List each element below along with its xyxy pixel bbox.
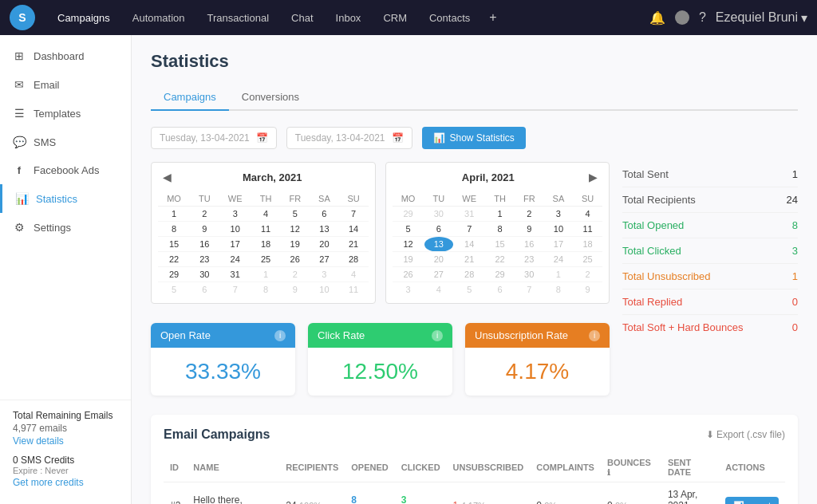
cal-day-cell[interactable]: 11: [251, 222, 281, 237]
cal-day-cell[interactable]: 1: [544, 267, 574, 282]
sidebar-item-settings[interactable]: ⚙ Settings: [0, 213, 131, 242]
cal-day-cell[interactable]: 8: [485, 222, 515, 237]
cal-day-cell[interactable]: 21: [453, 252, 485, 267]
cal-day-cell[interactable]: 5: [453, 282, 485, 297]
cal-day-cell[interactable]: 12: [393, 237, 424, 252]
view-details-link[interactable]: View details: [13, 435, 118, 447]
cal-prev-button[interactable]: ◀: [158, 169, 176, 185]
cal-day-cell[interactable]: 9: [190, 222, 219, 237]
cal-day-cell[interactable]: 8: [158, 222, 190, 237]
cal-day-cell[interactable]: 7: [219, 282, 251, 297]
unsub-rate-info-icon[interactable]: i: [589, 330, 600, 341]
cal-day-cell[interactable]: 4: [573, 207, 602, 222]
cal-day-cell[interactable]: 1: [251, 267, 281, 282]
cal-day-cell[interactable]: 30: [424, 207, 454, 222]
cal-day-cell[interactable]: 18: [573, 237, 602, 252]
nav-crm[interactable]: CRM: [373, 7, 416, 29]
sidebar-item-statistics[interactable]: 📊 Statistics: [0, 184, 131, 213]
show-statistics-button[interactable]: 📊 Show Statistics: [422, 127, 526, 149]
sidebar-item-facebook-ads[interactable]: f Facebook Ads: [0, 156, 131, 184]
cal-day-cell[interactable]: 20: [424, 252, 454, 267]
cal-day-cell[interactable]: 28: [339, 252, 369, 267]
cal-day-cell[interactable]: 3: [310, 267, 339, 282]
cal-day-cell[interactable]: 9: [515, 222, 544, 237]
cal-day-cell[interactable]: 6: [485, 282, 515, 297]
cal-day-cell[interactable]: 7: [515, 282, 544, 297]
cal-day-cell[interactable]: 9: [280, 282, 310, 297]
click-rate-info-icon[interactable]: i: [432, 330, 443, 341]
cal-day-cell[interactable]: 7: [453, 222, 485, 237]
cal-day-cell[interactable]: 4: [424, 282, 454, 297]
cal-day-cell[interactable]: 16: [515, 237, 544, 252]
cal-day-cell[interactable]: 11: [573, 222, 602, 237]
cal-day-cell[interactable]: 24: [219, 252, 251, 267]
export-csv-link[interactable]: ⬇ Export (.csv file): [706, 429, 785, 440]
cal-day-cell[interactable]: 19: [280, 237, 310, 252]
logo[interactable]: S: [10, 5, 35, 30]
bounces-info-icon[interactable]: ℹ: [607, 468, 610, 477]
nav-chat[interactable]: Chat: [282, 7, 322, 29]
cal-day-cell[interactable]: 5: [158, 282, 190, 297]
cal-day-cell[interactable]: 18: [251, 237, 281, 252]
cal-day-cell[interactable]: 25: [251, 252, 281, 267]
sidebar-item-email[interactable]: ✉ Email: [0, 70, 131, 99]
cal-day-cell[interactable]: 21: [339, 237, 369, 252]
cal-day-cell[interactable]: 23: [515, 252, 544, 267]
cal-day-cell[interactable]: 8: [544, 282, 574, 297]
cal-day-cell[interactable]: 14: [339, 222, 369, 237]
nav-automation[interactable]: Automation: [123, 7, 195, 29]
add-nav-icon[interactable]: +: [483, 6, 503, 30]
cal-day-cell[interactable]: 3: [393, 282, 424, 297]
report-button[interactable]: 📊 report: [725, 497, 779, 505]
cal-day-cell[interactable]: 17: [219, 237, 251, 252]
nav-contacts[interactable]: Contacts: [420, 7, 480, 29]
cal-day-cell[interactable]: 22: [158, 252, 190, 267]
calendar-from-icon[interactable]: 📅: [256, 132, 268, 144]
cal-day-cell[interactable]: 30: [515, 267, 544, 282]
cal-day-cell[interactable]: 15: [158, 237, 190, 252]
cal-day-cell[interactable]: 24: [544, 252, 574, 267]
cal-day-cell[interactable]: 15: [485, 237, 515, 252]
cal-day-cell[interactable]: 8: [251, 282, 281, 297]
cal-day-cell[interactable]: 30: [190, 267, 219, 282]
cal-day-cell[interactable]: 3: [544, 207, 574, 222]
cal-day-cell[interactable]: 5: [393, 222, 424, 237]
tab-conversions[interactable]: Conversions: [229, 85, 312, 111]
nav-inbox[interactable]: Inbox: [326, 7, 371, 29]
cal-day-cell[interactable]: 29: [485, 267, 515, 282]
cal-day-cell[interactable]: 10: [544, 222, 574, 237]
cal-day-cell[interactable]: 4: [251, 207, 281, 222]
cal-day-cell[interactable]: 14: [453, 237, 485, 252]
cal-day-cell[interactable]: 22: [485, 252, 515, 267]
cal-day-cell[interactable]: 6: [190, 282, 219, 297]
user-menu[interactable]: Ezequiel Bruni ▾: [716, 10, 807, 26]
cal-day-cell[interactable]: 17: [544, 237, 574, 252]
cal-day-cell[interactable]: 27: [424, 267, 454, 282]
cal-day-cell[interactable]: 16: [190, 237, 219, 252]
cal-day-cell[interactable]: 6: [310, 207, 339, 222]
cal-day-cell[interactable]: 2: [515, 207, 544, 222]
sidebar-item-sms[interactable]: 💬 SMS: [0, 128, 131, 156]
sidebar-item-dashboard[interactable]: ⊞ Dashboard: [0, 41, 131, 70]
cal-day-cell[interactable]: 7: [339, 207, 369, 222]
cal-day-cell[interactable]: 26: [393, 267, 424, 282]
get-more-credits-link[interactable]: Get more credits: [13, 477, 118, 488]
cal-day-cell[interactable]: 9: [573, 282, 602, 297]
bell-icon[interactable]: 🔔: [649, 10, 665, 26]
cal-day-cell[interactable]: 5: [280, 207, 310, 222]
cal-day-cell[interactable]: 13: [424, 237, 454, 252]
cal-day-cell[interactable]: 20: [310, 237, 339, 252]
date-from-input[interactable]: Tuesday, 13-04-2021 📅: [151, 127, 277, 149]
cal-day-cell[interactable]: 3: [219, 207, 251, 222]
cal-day-cell[interactable]: 11: [339, 282, 369, 297]
cal-day-cell[interactable]: 31: [219, 267, 251, 282]
cal-day-cell[interactable]: 28: [453, 267, 485, 282]
tab-campaigns[interactable]: Campaigns: [151, 85, 229, 111]
cal-day-cell[interactable]: 2: [280, 267, 310, 282]
cal-next-button[interactable]: ▶: [584, 169, 602, 185]
cal-day-cell[interactable]: 12: [280, 222, 310, 237]
cal-day-cell[interactable]: 29: [158, 267, 190, 282]
open-rate-info-icon[interactable]: i: [274, 330, 286, 341]
cal-day-cell[interactable]: 1: [485, 207, 515, 222]
cal-day-cell[interactable]: 26: [280, 252, 310, 267]
